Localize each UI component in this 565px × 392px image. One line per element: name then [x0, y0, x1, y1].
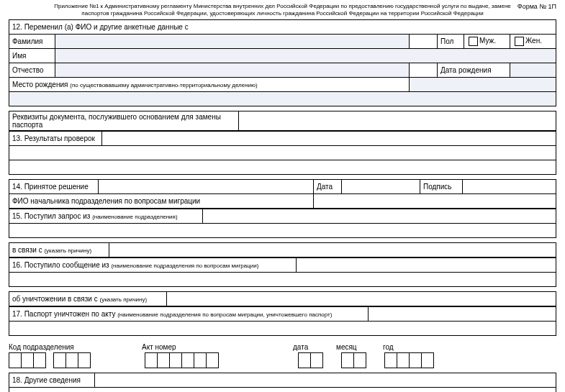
- field-s13-1[interactable]: [102, 132, 556, 146]
- date-box[interactable]: [298, 352, 323, 368]
- field-surname[interactable]: [55, 35, 410, 49]
- field-s13-3[interactable]: [9, 160, 556, 175]
- act-number[interactable]: [145, 352, 219, 368]
- dept-code-2[interactable]: [53, 352, 91, 368]
- section-13: 13. Результаты проверок: [9, 131, 556, 175]
- form-number: Форма № 1П: [517, 3, 556, 11]
- section-12: 12. Переменил (а) ФИО и другие анкетные …: [9, 19, 556, 106]
- field-s15-1[interactable]: [203, 209, 556, 224]
- checkbox-female[interactable]: [515, 37, 524, 46]
- label-inrelation: в связи с (указать причину): [9, 243, 109, 257]
- year-box[interactable]: [384, 352, 434, 368]
- dept-code-1[interactable]: [9, 352, 46, 368]
- s18-title: 18. Другие сведения: [9, 373, 95, 388]
- s16-title: 16. Поступило сообщение из (наименование…: [9, 258, 297, 273]
- label-sex: Пол: [438, 35, 464, 49]
- section-16-destroy: об уничтожении в связи с (указать причин…: [9, 291, 556, 306]
- label-destroy: об уничтожении в связи с (указать причин…: [9, 292, 167, 306]
- label-fio-chief: ФИО начальника подразделения по вопросам…: [9, 194, 314, 209]
- label-name: Имя: [9, 49, 55, 63]
- field-s16-2[interactable]: [9, 273, 556, 287]
- field-patronymic[interactable]: [55, 63, 410, 78]
- label-dob: Дата рождения: [438, 63, 510, 78]
- field-s15-2[interactable]: [9, 224, 556, 238]
- field-s17-1[interactable]: [369, 307, 556, 322]
- section-14: 14. Принятое решение Дата Подпись ФИО на…: [9, 179, 556, 209]
- header-line1: Приложение №1 к Административному реглам…: [9, 3, 556, 10]
- field-s18-1[interactable]: [95, 373, 556, 388]
- s12-title: 12. Переменил (а) ФИО и другие анкетные …: [9, 20, 556, 35]
- field-pob-2[interactable]: [9, 92, 556, 106]
- field-male[interactable]: Муж.: [464, 35, 510, 49]
- label-year: год: [383, 343, 426, 351]
- section-18: 18. Другие сведения: [9, 373, 556, 392]
- form-page: Приложение №1 к Административному реглам…: [0, 0, 565, 392]
- section-17: 17. Паспорт уничтожен по акту (наименова…: [9, 306, 556, 336]
- field-pob[interactable]: [410, 78, 556, 92]
- field-destroy[interactable]: [167, 292, 556, 306]
- field-sign[interactable]: [463, 180, 556, 194]
- field-fio-chief[interactable]: [314, 194, 556, 209]
- label-month: месяц: [336, 343, 383, 351]
- label-sign: Подпись: [420, 180, 463, 194]
- section-15-reason: в связи с (указать причину): [9, 242, 556, 257]
- field-inrelation[interactable]: [109, 243, 556, 257]
- header: Приложение №1 к Административному реглам…: [9, 3, 556, 17]
- label-requisites: Реквизиты документа, послужившего основа…: [9, 111, 239, 131]
- field-decision[interactable]: [99, 180, 314, 194]
- label-date: Дата: [314, 180, 342, 194]
- field-s18-2[interactable]: [9, 388, 556, 392]
- checkbox-male[interactable]: [469, 37, 478, 46]
- section-12-requisites: Реквизиты документа, послужившего основа…: [9, 111, 556, 131]
- label-surname: Фамилия: [9, 35, 55, 49]
- field-dob[interactable]: [510, 63, 556, 78]
- field-s13-2[interactable]: [9, 146, 556, 160]
- s14-title: 14. Принятое решение: [9, 180, 99, 194]
- label-cdate: дата: [293, 343, 336, 351]
- s15-title: 15. Поступил запрос из (наименование под…: [9, 209, 203, 224]
- header-line2: паспортов гражданина Российской Федераци…: [9, 10, 556, 17]
- field-requisites[interactable]: [239, 111, 556, 131]
- month-box[interactable]: [341, 352, 366, 368]
- field-s16-1[interactable]: [297, 258, 556, 273]
- section-16: 16. Поступило сообщение из (наименование…: [9, 257, 556, 287]
- label-dept-code: Код подразделения: [9, 343, 99, 351]
- field-female[interactable]: Жен.: [510, 35, 556, 49]
- code-labels: Код подразделения Акт номер дата месяц г…: [9, 343, 556, 351]
- field-name[interactable]: [55, 49, 556, 63]
- field-date[interactable]: [342, 180, 420, 194]
- label-act: Акт номер: [142, 343, 250, 351]
- label-patronymic: Отчество: [9, 63, 55, 78]
- s13-title: 13. Результаты проверок: [9, 132, 102, 146]
- section-15: 15. Поступил запрос из (наименование под…: [9, 209, 556, 238]
- label-pob: Место рождения (по существовавшему админ…: [9, 78, 410, 92]
- code-boxes-row: [9, 352, 556, 368]
- field-s17-2[interactable]: [9, 322, 556, 336]
- s17-title: 17. Паспорт уничтожен по акту (наименова…: [9, 307, 369, 322]
